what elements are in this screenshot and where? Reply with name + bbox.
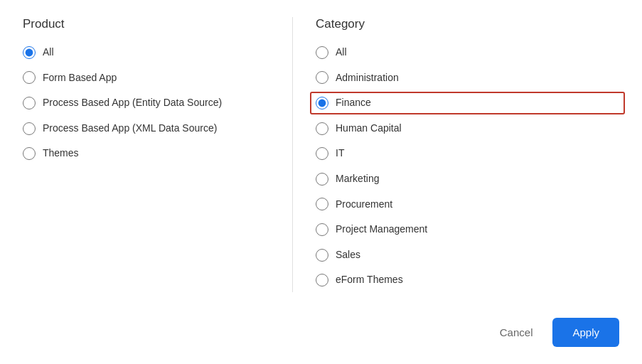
right-panel: Category All Administration Finance [293,17,619,292]
product-form-based-app-item[interactable]: Form Based App [23,71,269,85]
category-project-management-radio[interactable] [316,223,328,236]
product-form-based-app-radio[interactable] [23,71,36,84]
product-all-label: All [43,46,54,60]
category-procurement-item[interactable]: Procurement [316,198,619,212]
product-all-item[interactable]: All [23,46,269,60]
footer-area: Cancel Apply [0,309,642,364]
product-process-entity-item[interactable]: Process Based App (Entity Data Source) [23,96,269,110]
product-process-xml-radio[interactable] [23,122,36,135]
product-title: Product [23,17,269,31]
category-project-management-item[interactable]: Project Management [316,223,619,237]
category-project-management-label: Project Management [336,223,427,237]
cancel-button[interactable]: Cancel [488,321,545,344]
dialog-container: Product All Form Based App Process Based… [0,0,642,364]
category-eform-themes-label: eForm Themes [336,273,403,287]
category-sales-item[interactable]: Sales [316,248,619,262]
category-administration-radio[interactable] [316,71,328,84]
category-it-radio[interactable] [316,147,328,160]
product-themes-label: Themes [43,146,79,161]
category-administration-label: Administration [336,71,399,85]
category-human-capital-item[interactable]: Human Capital [316,122,619,136]
product-radio-group: All Form Based App Process Based App (En… [23,46,269,161]
category-human-capital-label: Human Capital [336,122,402,136]
product-process-entity-label: Process Based App (Entity Data Source) [43,96,222,110]
category-finance-item[interactable]: Finance [316,96,619,110]
product-process-xml-item[interactable]: Process Based App (XML Data Source) [23,122,269,136]
category-all-item[interactable]: All [316,46,619,60]
category-marketing-item[interactable]: Marketing [316,172,619,186]
category-eform-themes-item[interactable]: eForm Themes [316,273,619,287]
content-area: Product All Form Based App Process Based… [0,0,642,309]
category-radio-group: All Administration Finance Human Capital [316,46,619,287]
product-themes-item[interactable]: Themes [23,146,269,161]
category-procurement-label: Procurement [336,198,392,212]
category-human-capital-radio[interactable] [316,122,328,135]
category-marketing-radio[interactable] [316,173,328,186]
category-all-label: All [336,46,347,60]
product-themes-radio[interactable] [23,147,36,160]
category-finance-label: Finance [336,96,371,110]
category-it-item[interactable]: IT [316,146,619,161]
category-all-radio[interactable] [316,46,328,59]
category-eform-themes-radio[interactable] [316,274,328,287]
product-process-entity-radio[interactable] [23,97,36,109]
category-procurement-radio[interactable] [316,198,328,210]
product-form-based-app-label: Form Based App [43,71,117,85]
category-it-label: IT [336,146,344,161]
category-administration-item[interactable]: Administration [316,71,619,85]
category-finance-radio[interactable] [316,97,328,109]
product-process-xml-label: Process Based App (XML Data Source) [43,122,217,136]
category-title: Category [316,17,619,31]
category-marketing-label: Marketing [336,172,379,186]
apply-button[interactable]: Apply [552,318,619,347]
product-all-radio[interactable] [23,46,36,59]
category-sales-radio[interactable] [316,249,328,262]
category-sales-label: Sales [336,248,360,262]
left-panel: Product All Form Based App Process Based… [23,17,293,292]
